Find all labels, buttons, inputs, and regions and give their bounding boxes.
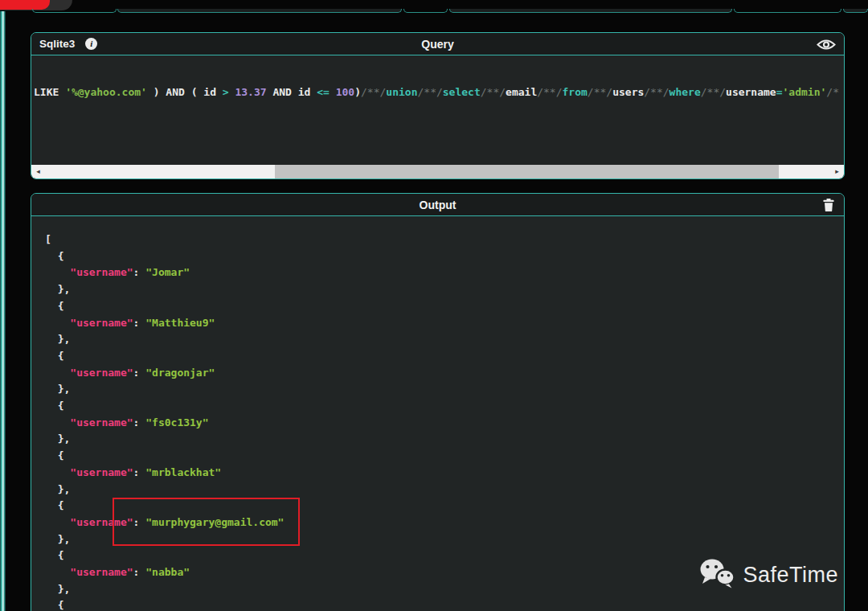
json-object-close: }, — [45, 381, 844, 398]
cutoff-field — [32, 9, 117, 13]
query-panel: Sqlite3 i Query LIKE '%@yahoo.com' ) AND… — [31, 32, 845, 179]
db-engine-label: Sqlite3 — [39, 38, 75, 50]
scrollbar-track[interactable] — [45, 165, 830, 178]
json-object-open: { — [45, 498, 844, 515]
json-username-row: "username": "murphygary@gmail.com" — [45, 515, 844, 531]
query-code-text: LIKE '%@yahoo.com' ) AND ( id > 13.37 AN… — [34, 86, 844, 98]
scrollbar-thumb[interactable] — [275, 165, 779, 178]
json-object-close: }, — [45, 482, 844, 498]
json-username-row: "username": "mrblackhat" — [45, 465, 844, 482]
json-object-open: { — [45, 248, 844, 265]
info-icon[interactable]: i — [85, 38, 97, 50]
output-json: [ { "username": "Jomar" }, { "username":… — [31, 216, 844, 611]
cutoff-field — [843, 9, 868, 13]
json-username-row: "username": "Jomar" — [45, 264, 844, 281]
json-username-row: "username": "Matthieu9" — [45, 315, 844, 332]
screen-edge-glow — [0, 11, 6, 611]
cutoff-field — [734, 9, 841, 13]
scroll-right-button[interactable]: ▸ — [830, 165, 844, 178]
json-object-open: { — [45, 448, 844, 465]
json-object-close: }, — [45, 281, 844, 298]
output-panel-header: Output — [31, 194, 844, 216]
cutoff-field — [403, 9, 448, 13]
json-object-close: }, — [45, 331, 844, 348]
query-panel-header: Sqlite3 i Query — [31, 33, 844, 55]
json-username-row: "username": "fs0c131y" — [45, 415, 844, 432]
output-panel-title: Output — [31, 199, 844, 211]
json-object-open: { — [45, 348, 844, 365]
trash-icon[interactable] — [823, 199, 834, 215]
query-input[interactable]: LIKE '%@yahoo.com' ) AND ( id > 13.37 AN… — [31, 55, 844, 165]
cutoff-field — [449, 9, 732, 13]
wechat-icon — [698, 558, 735, 592]
watermark-label: SafeTime — [743, 563, 838, 588]
json-username-row: "username": "dragonjar" — [45, 365, 844, 382]
db-engine-group: Sqlite3 i — [39, 38, 97, 50]
scroll-left-button[interactable]: ◂ — [31, 165, 45, 178]
json-array-open: [ — [45, 232, 844, 248]
query-panel-title: Query — [31, 38, 844, 51]
output-panel: Output [ { "username": "Jomar" }, { "use… — [31, 193, 845, 611]
horizontal-scrollbar[interactable]: ◂ ▸ — [31, 165, 844, 178]
watermark: SafeTime — [698, 558, 838, 592]
cutoff-field — [117, 9, 402, 13]
json-object-close: }, — [45, 531, 844, 548]
json-object-open-partial: { — [45, 597, 844, 611]
json-object-close: }, — [45, 431, 844, 448]
json-object-open: { — [45, 398, 844, 415]
json-object-open: { — [45, 298, 844, 315]
eye-icon[interactable] — [817, 39, 836, 54]
